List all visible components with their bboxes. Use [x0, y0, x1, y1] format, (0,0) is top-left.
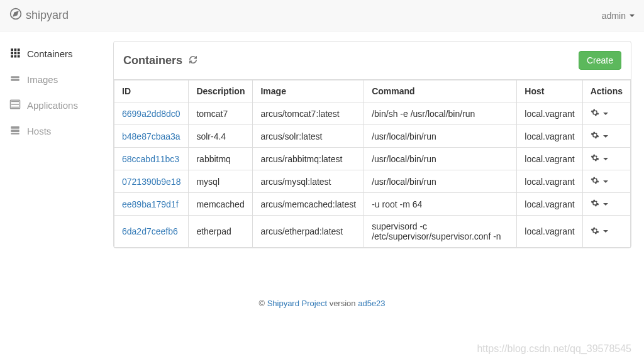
list-icon — [9, 99, 21, 112]
compass-icon — [9, 8, 22, 23]
cell-command: /usr/local/bin/run — [364, 148, 517, 170]
cell-image: arcus/etherpad:latest — [253, 216, 364, 248]
action-menu[interactable] — [591, 131, 623, 141]
cell-id: ee89ba179d1f — [114, 193, 189, 216]
brand-text: shipyard — [26, 9, 69, 22]
svg-rect-19 — [11, 133, 19, 135]
table-header-row: ID Description Image Command Host Action… — [114, 80, 631, 102]
sidebar-item-label: Applications — [27, 100, 78, 111]
cell-command: /usr/local/bin/run — [364, 125, 517, 148]
cell-host: local.vagrant — [517, 148, 582, 170]
cell-id: 0721390b9e18 — [114, 170, 189, 193]
cell-description: solr-4.4 — [189, 125, 253, 148]
gear-icon — [591, 108, 599, 119]
cell-host: local.vagrant — [517, 102, 582, 125]
cell-id: 68ccabd11bc3 — [114, 148, 189, 170]
table-row: 6da2d7ceefb6etherpadarcus/etherpad:lates… — [114, 216, 631, 248]
container-id-link[interactable]: 68ccabd11bc3 — [122, 154, 179, 164]
brand-link[interactable]: shipyard — [9, 8, 69, 23]
action-menu[interactable] — [591, 153, 623, 164]
grid-icon — [9, 47, 21, 60]
cell-command: /usr/local/bin/run — [364, 170, 517, 193]
sidebar: Containers Images Applications Hosts — [0, 41, 113, 261]
refresh-icon[interactable] — [189, 55, 197, 66]
sidebar-item-label: Hosts — [27, 126, 51, 136]
svg-rect-2 — [11, 48, 13, 51]
cell-actions — [582, 148, 630, 170]
action-menu[interactable] — [591, 108, 623, 119]
layout: Containers Images Applications Hosts Con — [0, 31, 644, 261]
col-image: Image — [253, 80, 364, 102]
action-menu[interactable] — [591, 176, 623, 187]
container-id-link[interactable]: 6699a2dd8dc0 — [122, 109, 180, 119]
sidebar-item-applications[interactable]: Applications — [6, 92, 107, 118]
gear-icon — [591, 226, 599, 237]
cell-description: tomcat7 — [189, 102, 253, 125]
user-menu[interactable]: admin — [602, 11, 635, 21]
gear-icon — [591, 153, 599, 164]
col-description: Description — [189, 80, 253, 102]
svg-rect-5 — [11, 52, 13, 55]
server-icon — [9, 124, 21, 138]
col-command: Command — [364, 80, 517, 102]
cell-image: arcus/tomcat7:latest — [253, 102, 364, 125]
svg-marker-1 — [13, 11, 18, 16]
cell-description: memcached — [189, 193, 253, 216]
cell-actions — [582, 216, 630, 248]
container-id-link[interactable]: ee89ba179d1f — [122, 199, 179, 209]
panel-title-wrap: Containers — [123, 54, 197, 67]
panel-header: Containers Create — [114, 41, 631, 80]
cell-id: b48e87cbaa3a — [114, 125, 189, 148]
copyright-symbol: © — [258, 299, 265, 308]
containers-table: ID Description Image Command Host Action… — [114, 80, 631, 248]
svg-rect-18 — [11, 130, 19, 132]
container-id-link[interactable]: 6da2d7ceefb6 — [122, 226, 178, 236]
table-row: b48e87cbaa3asolr-4.4arcus/solr:latest/us… — [114, 125, 631, 148]
cell-id: 6699a2dd8dc0 — [114, 102, 189, 125]
cell-command: -u root -m 64 — [364, 193, 517, 216]
cell-description: rabbitmq — [189, 148, 253, 170]
chevron-down-icon — [630, 14, 635, 17]
svg-rect-3 — [14, 48, 17, 51]
container-id-link[interactable]: 0721390b9e18 — [122, 177, 180, 187]
svg-rect-10 — [18, 55, 20, 58]
chevron-down-icon — [603, 180, 608, 183]
cell-command: supervisord -c /etc/supervisor/superviso… — [364, 216, 517, 248]
sidebar-item-hosts[interactable]: Hosts — [6, 118, 107, 144]
action-menu[interactable] — [591, 199, 623, 209]
chevron-down-icon — [603, 158, 608, 160]
sidebar-item-containers[interactable]: Containers — [6, 41, 107, 67]
container-id-link[interactable]: b48e87cbaa3a — [122, 131, 180, 141]
chevron-down-icon — [603, 135, 608, 138]
table-row: 0721390b9e18mysqlarcus/mysql:latest/usr/… — [114, 170, 631, 193]
create-button[interactable]: Create — [579, 51, 621, 70]
sidebar-item-label: Containers — [27, 48, 73, 59]
table-row: 68ccabd11bc3rabbitmqarcus/rabbitmq:lates… — [114, 148, 631, 170]
gear-icon — [591, 176, 599, 187]
cell-image: arcus/memcached:latest — [253, 193, 364, 216]
user-name: admin — [602, 11, 626, 21]
action-menu[interactable] — [591, 226, 623, 237]
version-label: version — [330, 299, 356, 308]
version-link[interactable]: ad5e23 — [358, 299, 385, 308]
cell-host: local.vagrant — [517, 125, 582, 148]
gear-icon — [591, 199, 599, 209]
svg-rect-4 — [18, 48, 20, 51]
cell-description: etherpad — [189, 216, 253, 248]
cell-actions — [582, 125, 630, 148]
hdd-icon — [9, 73, 21, 86]
cell-host: local.vagrant — [517, 216, 582, 248]
svg-rect-12 — [11, 79, 19, 81]
cell-host: local.vagrant — [517, 170, 582, 193]
svg-rect-7 — [18, 52, 20, 55]
svg-rect-8 — [11, 55, 13, 58]
chevron-down-icon — [603, 113, 608, 115]
col-host: Host — [517, 80, 582, 102]
cell-actions — [582, 170, 630, 193]
sidebar-item-images[interactable]: Images — [6, 67, 107, 92]
svg-rect-6 — [14, 52, 17, 55]
svg-rect-17 — [11, 126, 19, 129]
cell-image: arcus/rabbitmq:latest — [253, 148, 364, 170]
project-link[interactable]: Shipyard Project — [267, 299, 327, 308]
panel: Containers Create ID Description Image C… — [113, 41, 631, 248]
